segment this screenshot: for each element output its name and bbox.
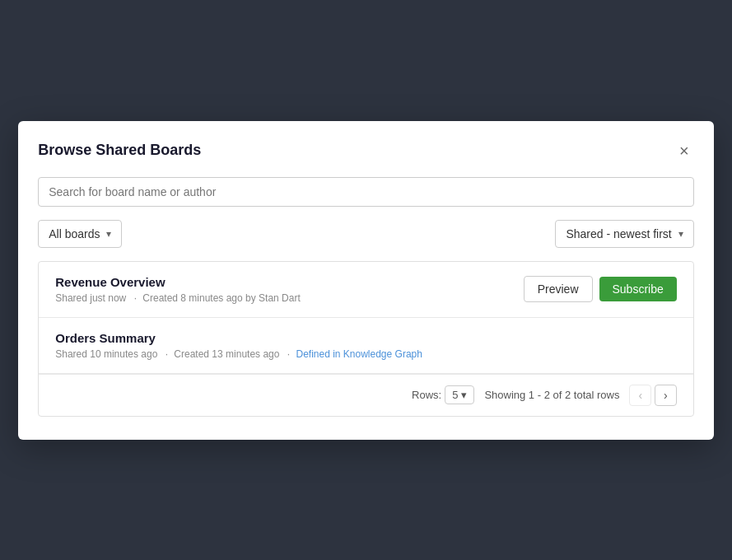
dot1-orders: · — [166, 348, 168, 360]
board-name-revenue: Revenue Overview — [55, 275, 523, 289]
filter-row: All boards ▾ Shared - newest first ▾ — [38, 220, 694, 248]
page-nav: ‹ › — [629, 385, 676, 406]
board-meta-orders: Shared 10 minutes ago · Created 13 minut… — [55, 348, 677, 360]
modal-title: Browse Shared Boards — [38, 142, 201, 159]
created-time-revenue: Created 8 minutes ago by Stan Dart — [142, 292, 300, 304]
shared-time-revenue: Shared just now — [55, 292, 126, 304]
board-item-revenue-overview: Revenue Overview Shared just now · Creat… — [39, 262, 693, 318]
created-time-orders: Created 13 minutes ago — [174, 348, 279, 360]
dot1-revenue: · — [134, 292, 137, 304]
dot2-orders: · — [287, 348, 290, 360]
next-page-button[interactable]: › — [655, 385, 677, 406]
boards-filter-dropdown[interactable]: All boards ▾ — [38, 220, 122, 248]
rows-dropdown[interactable]: 5 ▾ — [445, 385, 474, 404]
browse-shared-boards-modal: Browse Shared Boards × All boards ▾ Shar… — [18, 121, 714, 440]
board-info-revenue: Revenue Overview Shared just now · Creat… — [55, 275, 523, 304]
board-meta-revenue: Shared just now · Created 8 minutes ago … — [55, 292, 523, 304]
pagination-row: Rows: 5 ▾ Showing 1 - 2 of 2 total rows … — [39, 374, 693, 416]
board-name-orders: Orders Summary — [55, 331, 677, 345]
rows-select: Rows: 5 ▾ — [412, 385, 474, 404]
modal-header: Browse Shared Boards × — [38, 141, 694, 161]
rows-arrow: ▾ — [461, 389, 467, 401]
search-row — [38, 177, 694, 207]
shared-time-orders: Shared 10 minutes ago — [55, 348, 157, 360]
board-item-orders-summary: Orders Summary Shared 10 minutes ago · C… — [39, 318, 693, 374]
preview-button-revenue[interactable]: Preview — [524, 276, 593, 302]
subscribe-button-revenue[interactable]: Subscribe — [599, 277, 677, 301]
boards-filter-arrow: ▾ — [106, 228, 111, 240]
search-input[interactable] — [38, 177, 694, 207]
defined-in-link-orders[interactable]: Defined in Knowledge Graph — [296, 348, 422, 360]
sort-arrow: ▾ — [678, 228, 683, 240]
sort-dropdown[interactable]: Shared - newest first ▾ — [555, 220, 693, 248]
board-actions-revenue: Preview Subscribe — [524, 276, 677, 302]
board-info-orders: Orders Summary Shared 10 minutes ago · C… — [55, 331, 677, 360]
boards-filter-label: All boards — [49, 227, 100, 240]
close-button[interactable]: × — [674, 141, 694, 161]
boards-list: Revenue Overview Shared just now · Creat… — [38, 261, 694, 417]
rows-value: 5 — [452, 389, 458, 401]
rows-label: Rows: — [412, 389, 441, 401]
sort-label: Shared - newest first — [566, 227, 671, 240]
showing-text: Showing 1 - 2 of 2 total rows — [484, 389, 619, 401]
prev-page-button[interactable]: ‹ — [629, 385, 651, 406]
